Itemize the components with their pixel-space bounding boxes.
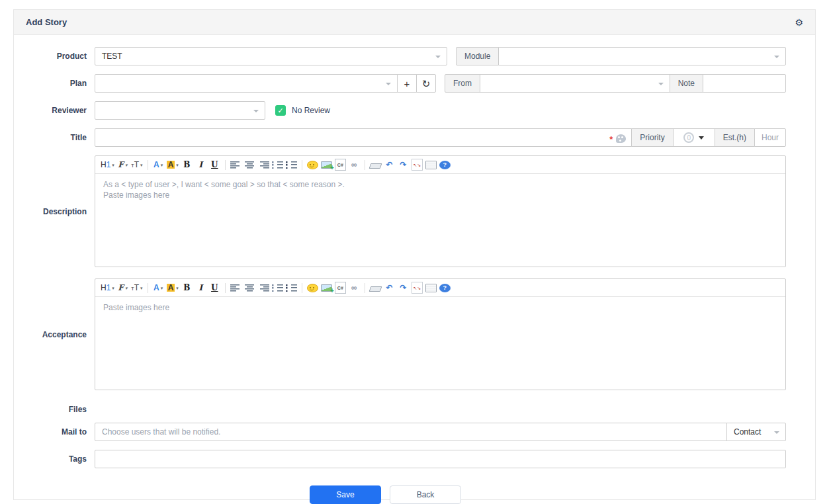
- product-module-row: Product TEST Module: [14, 47, 786, 65]
- title-label: Title: [14, 128, 95, 147]
- remove-format-icon[interactable]: [369, 286, 382, 292]
- contact-select[interactable]: Contact: [726, 423, 786, 441]
- save-button[interactable]: Save: [310, 485, 381, 504]
- chevron-down-icon: [658, 83, 664, 85]
- paste-code-icon[interactable]: C#: [335, 159, 346, 171]
- plan-from-row: Plan + ↻ From: [14, 74, 786, 93]
- align-center-icon[interactable]: [244, 284, 255, 292]
- font-family-icon[interactable]: F▾: [117, 159, 128, 171]
- bold-icon[interactable]: B: [181, 282, 193, 294]
- files-label: Files: [14, 400, 95, 419]
- text-color-icon[interactable]: A▾: [153, 159, 164, 171]
- fullscreen-icon[interactable]: ↖↘: [412, 159, 423, 171]
- acceptance-placeholder: Paste images here: [103, 302, 777, 313]
- ordered-list-icon[interactable]: [272, 284, 283, 292]
- add-story-panel: Add Story ⚙ Product TEST Module: [13, 9, 816, 500]
- plan-select[interactable]: [95, 74, 398, 93]
- tags-input-wrap: [95, 450, 786, 468]
- font-family-icon[interactable]: F▾: [117, 282, 128, 294]
- module-group: Module: [456, 47, 786, 65]
- files-upload-area[interactable]: [95, 400, 786, 419]
- source-code-icon[interactable]: [425, 161, 437, 169]
- description-editor: H1▾F▾TT▾A▾A▾BIUC#∞↶↷↖↘? As a < type of u…: [95, 155, 786, 267]
- hyperlink-icon[interactable]: ∞: [349, 159, 360, 171]
- italic-icon[interactable]: I: [195, 159, 206, 171]
- mailto-label: Mail to: [14, 423, 95, 441]
- back-button[interactable]: Back: [390, 485, 461, 504]
- title-input[interactable]: [95, 129, 631, 146]
- unordered-list-icon[interactable]: [286, 284, 297, 292]
- italic-icon[interactable]: I: [195, 282, 206, 294]
- source-code-icon[interactable]: [425, 284, 437, 292]
- emoticon-icon[interactable]: [307, 161, 318, 169]
- description-editor-toolbar: H1▾F▾TT▾A▾A▾BIUC#∞↶↷↖↘?: [95, 156, 785, 174]
- emoticon-icon[interactable]: [307, 284, 318, 292]
- description-editor-body[interactable]: As a < type of user >, I want < some goa…: [95, 174, 785, 267]
- chevron-down-icon: [253, 110, 259, 112]
- module-select[interactable]: [498, 47, 786, 65]
- files-row: Files: [14, 400, 786, 419]
- product-select[interactable]: TEST: [95, 47, 447, 65]
- underline-icon[interactable]: U: [209, 159, 220, 171]
- highlight-color-icon[interactable]: A▾: [167, 282, 179, 294]
- align-right-icon[interactable]: [258, 161, 269, 169]
- fullscreen-icon[interactable]: ↖↘: [412, 282, 423, 294]
- redo-icon[interactable]: ↷: [398, 159, 409, 171]
- align-right-icon[interactable]: [258, 284, 269, 292]
- product-select-value: TEST: [102, 52, 122, 61]
- priority-addon-label: Priority: [631, 128, 673, 147]
- estimate-input[interactable]: [755, 129, 785, 146]
- ordered-list-icon[interactable]: [272, 161, 283, 169]
- mailto-input[interactable]: [95, 423, 726, 441]
- help-icon[interactable]: ?: [439, 161, 451, 169]
- undo-icon[interactable]: ↶: [384, 282, 395, 294]
- priority-badge: 0: [683, 132, 694, 143]
- description-row: Description H1▾F▾TT▾A▾A▾BIUC#∞↶↷↖↘? As a…: [14, 155, 786, 267]
- font-size-icon[interactable]: TT▾: [131, 159, 143, 171]
- note-input-wrap: [703, 74, 786, 93]
- undo-icon[interactable]: ↶: [384, 159, 395, 171]
- tags-input[interactable]: [95, 450, 785, 468]
- hyperlink-icon[interactable]: ∞: [349, 282, 360, 294]
- align-center-icon[interactable]: [244, 161, 255, 169]
- paste-code-icon[interactable]: C#: [335, 282, 346, 294]
- refresh-plans-button[interactable]: ↻: [416, 74, 436, 93]
- align-left-icon[interactable]: [230, 284, 241, 292]
- heading-icon[interactable]: H1▾: [101, 282, 114, 294]
- insert-image-icon[interactable]: [321, 284, 332, 292]
- toolbar-separator: [302, 160, 302, 170]
- description-placeholder-line2: Paste images here: [103, 190, 777, 200]
- note-input[interactable]: [703, 75, 785, 92]
- help-icon[interactable]: ?: [439, 284, 451, 292]
- insert-image-icon[interactable]: [321, 161, 332, 169]
- remove-format-icon[interactable]: [369, 163, 382, 169]
- priority-select[interactable]: 0: [673, 128, 715, 147]
- toolbar-separator: [148, 160, 148, 170]
- highlight-color-icon[interactable]: A▾: [167, 159, 179, 171]
- mailto-group: Contact: [95, 423, 786, 441]
- redo-icon[interactable]: ↷: [398, 282, 409, 294]
- no-review-checkbox[interactable]: ✓: [275, 105, 286, 116]
- color-palette-icon[interactable]: [616, 134, 626, 143]
- from-addon-label: From: [445, 74, 480, 93]
- heading-icon[interactable]: H1▾: [101, 159, 114, 171]
- text-color-icon[interactable]: A▾: [153, 282, 164, 294]
- align-left-icon[interactable]: [230, 161, 241, 169]
- tags-row: Tags: [14, 450, 786, 468]
- underline-icon[interactable]: U: [209, 282, 220, 294]
- tags-label: Tags: [14, 450, 95, 468]
- reviewer-select[interactable]: [95, 101, 265, 120]
- product-label: Product: [14, 47, 95, 65]
- bold-icon[interactable]: B: [181, 159, 193, 171]
- font-size-icon[interactable]: TT▾: [131, 282, 143, 294]
- acceptance-editor-body[interactable]: Paste images here: [95, 297, 785, 390]
- title-group: * Priority 0 Est.(h): [95, 128, 786, 147]
- from-select[interactable]: [480, 74, 670, 93]
- toolbar-separator: [302, 283, 302, 293]
- no-review-label[interactable]: No Review: [292, 106, 330, 115]
- toolbar-separator: [365, 283, 365, 293]
- unordered-list-icon[interactable]: [286, 161, 297, 169]
- add-plan-button[interactable]: +: [397, 74, 417, 93]
- settings-gear-icon[interactable]: ⚙: [795, 18, 803, 27]
- reviewer-row: Reviewer ✓ No Review: [14, 101, 786, 120]
